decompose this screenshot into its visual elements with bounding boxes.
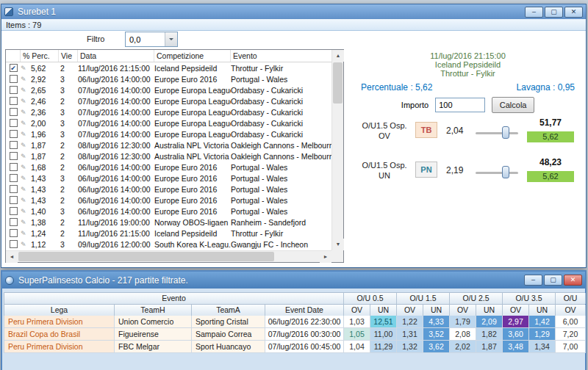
column-header-cell[interactable]: Lega <box>4 305 115 316</box>
stake-slider[interactable] <box>476 126 518 139</box>
close-icon[interactable]: ✕ <box>564 7 583 18</box>
hscroll-thumb[interactable] <box>18 252 274 261</box>
odds-cell[interactable]: 11,00 <box>370 328 397 341</box>
row-select-checkbox[interactable] <box>6 141 21 149</box>
importo-input[interactable] <box>435 98 485 112</box>
row-select-checkbox[interactable] <box>6 229 21 237</box>
palinsesto-row[interactable]: Peru Primera DivisionFBC MelgarSport Hua… <box>4 341 585 353</box>
col-header-evento[interactable]: Evento <box>231 50 343 62</box>
stake-slider[interactable] <box>476 166 518 179</box>
odds-cell[interactable]: 1,79 <box>450 316 476 328</box>
column-header-cell[interactable]: UN <box>529 305 556 316</box>
odds-cell[interactable]: 3,60 <box>503 328 529 341</box>
odds-cell[interactable]: 3,48 <box>503 341 529 353</box>
group-header-cell[interactable]: O/U 3.5 <box>503 293 556 304</box>
column-header-cell[interactable]: OV <box>503 305 529 316</box>
row-select-checkbox[interactable] <box>6 185 21 193</box>
scroll-down-icon[interactable]: ▼ <box>332 239 344 250</box>
surebet-row[interactable]: ✎2,36307/lug/2016 14:00:00Europe Europa … <box>6 106 331 117</box>
row-select-checkbox[interactable] <box>6 240 21 248</box>
slider-handle-icon[interactable] <box>502 126 509 139</box>
palinsesto-titlebar[interactable]: SuperPalinsesto Calcio - 217 partite fil… <box>2 272 585 289</box>
odds-cell[interactable]: 1,32 <box>397 341 423 353</box>
surebet-row[interactable]: ✎1,87208/lug/2016 12:30:00Australia NPL … <box>6 139 331 150</box>
surebet-row[interactable]: ✎2,65307/lug/2016 14:00:00Europe Europa … <box>6 84 331 95</box>
slider-handle-icon[interactable] <box>502 166 509 178</box>
surebet-row[interactable]: ✎1,40306/lug/2016 14:00:00Europe Euro 20… <box>6 206 331 217</box>
odds-cell[interactable]: 2,09 <box>476 316 503 328</box>
odds-cell[interactable]: 1,29 <box>529 328 556 341</box>
surebet-row[interactable]: ✎1,96307/lug/2016 14:00:00Europe Europa … <box>6 128 331 139</box>
surebet-row[interactable]: ✎1,87208/lug/2016 12:30:00Australia NPL … <box>6 150 331 162</box>
minimize-icon[interactable]: – <box>525 7 543 18</box>
row-select-checkbox[interactable] <box>6 75 21 83</box>
scroll-left-icon[interactable]: ◄ <box>6 251 18 263</box>
row-select-checkbox[interactable] <box>6 108 21 116</box>
bookmaker-badge[interactable]: PN <box>415 162 437 178</box>
row-select-checkbox[interactable] <box>6 174 21 182</box>
calcola-button[interactable]: Calcola <box>492 97 534 113</box>
odds-cell[interactable]: 1,05 <box>344 328 370 341</box>
column-header-cell[interactable]: UN <box>423 305 450 316</box>
col-header-data[interactable]: Data <box>78 50 154 62</box>
odds-cell[interactable]: 3,62 <box>423 341 450 353</box>
group-header-cell[interactable]: O/U 2.5 <box>450 293 503 304</box>
vertical-scrollbar[interactable]: ▲ ▼ <box>331 50 343 250</box>
row-select-checkbox[interactable] <box>6 207 21 215</box>
odds-cell[interactable]: 3,52 <box>423 328 450 341</box>
surebet-row[interactable]: ✎1,43306/lug/2016 14:00:00Europe Euro 20… <box>6 173 331 184</box>
col-header-competizione[interactable]: Competizione <box>154 50 231 62</box>
palinsesto-row[interactable]: Brazil Copa do BrasilFigueirenseSampaio … <box>4 328 585 341</box>
minimize-icon[interactable]: – <box>524 275 542 286</box>
column-header-cell[interactable]: UN <box>370 305 397 316</box>
odds-cell[interactable]: 6,00 <box>556 316 586 328</box>
odds-cell[interactable]: 1,87 <box>476 341 503 353</box>
odds-cell[interactable]: 11,29 <box>370 341 397 353</box>
column-header-cell[interactable]: OV <box>556 305 586 316</box>
row-select-checkbox[interactable] <box>6 152 21 160</box>
odds-cell[interactable]: 1,42 <box>529 316 556 328</box>
surebet-row[interactable]: ✎1,68206/lug/2016 14:00:00Europe Euro 20… <box>6 162 331 173</box>
close-icon[interactable]: ✕ <box>564 275 582 286</box>
scroll-up-icon[interactable]: ▲ <box>332 50 344 62</box>
row-select-checkbox[interactable] <box>6 163 21 171</box>
surebet-row[interactable]: ✎2,92306/lug/2016 14:00:00Europe Euro 20… <box>6 73 331 84</box>
row-select-checkbox[interactable] <box>6 218 21 226</box>
row-select-checkbox[interactable] <box>6 97 21 105</box>
col-header-perc[interactable]: % Perc. <box>21 50 59 62</box>
group-header-cell[interactable]: O/U 0.5 <box>344 293 397 304</box>
odds-cell[interactable]: 7,20 <box>556 328 586 341</box>
group-header-cell[interactable]: O/U <box>556 293 586 304</box>
odds-cell[interactable]: 12,51 <box>370 316 397 328</box>
column-header-cell[interactable]: Event Date <box>265 305 344 316</box>
row-select-checkbox[interactable] <box>6 196 21 204</box>
column-header-cell[interactable]: OV <box>397 305 423 316</box>
row-select-checkbox[interactable] <box>6 130 21 138</box>
surebet-row[interactable]: ✔✎5,62211/lug/2016 21:15:00Iceland Pepsi… <box>6 62 331 73</box>
row-select-checkbox[interactable] <box>6 86 21 94</box>
col-header-vie[interactable]: Vie <box>59 50 78 62</box>
column-header-cell[interactable]: TeamA <box>192 305 265 316</box>
odds-cell[interactable]: 1,82 <box>476 328 503 341</box>
column-header-cell[interactable]: UN <box>476 305 503 316</box>
odds-cell[interactable]: 2,97 <box>503 316 529 328</box>
odds-cell[interactable]: 1,22 <box>397 316 423 328</box>
horizontal-scrollbar[interactable]: ◄ ► <box>6 250 331 262</box>
surebet-row[interactable]: ✎1,43206/lug/2016 14:00:00Europe Euro 20… <box>6 184 331 195</box>
surebet-row[interactable]: ✎2,46207/lug/2016 14:00:00Europe Europa … <box>6 95 331 106</box>
odds-cell[interactable]: 1,34 <box>529 341 556 353</box>
odds-cell[interactable]: 1,03 <box>344 316 370 328</box>
odds-cell[interactable]: 7,00 <box>556 341 586 353</box>
odds-cell[interactable]: 2,02 <box>450 341 476 353</box>
surebet-row[interactable]: ✎1,24211/lug/2016 21:15:00Iceland Pepsid… <box>6 228 331 239</box>
odds-cell[interactable]: 1,31 <box>397 328 423 341</box>
maximize-icon[interactable]: ▢ <box>545 7 563 18</box>
surebet-row[interactable]: ✎2,00307/lug/2016 14:00:00Europe Europa … <box>6 117 331 128</box>
chevron-down-icon[interactable] <box>165 32 177 46</box>
column-header-cell[interactable]: OV <box>450 305 476 316</box>
surebet-titlebar[interactable]: Surebet 1 – ▢ ✕ <box>1 4 586 19</box>
filtro-dropdown[interactable]: 0,0 <box>125 32 178 47</box>
scroll-right-icon[interactable]: ► <box>320 251 331 263</box>
surebet-row[interactable]: ✎1,38211/lug/2016 19:00:00Norway OBOS-li… <box>6 217 331 228</box>
column-header-cell[interactable]: TeamH <box>115 305 192 316</box>
